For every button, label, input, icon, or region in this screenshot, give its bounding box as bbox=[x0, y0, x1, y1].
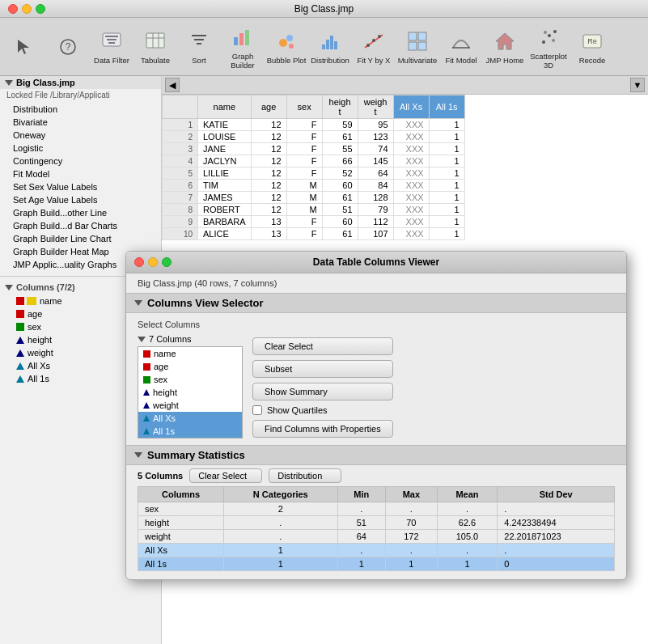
summary-cell-std: 4.242338494 bbox=[498, 516, 615, 530]
svg-rect-29 bbox=[418, 32, 426, 40]
svg-rect-22 bbox=[330, 36, 333, 49]
graph-builder-label: Graph Builder bbox=[222, 52, 264, 70]
cell-sex: F bbox=[286, 119, 322, 131]
multivariate-icon bbox=[404, 28, 430, 54]
svg-rect-30 bbox=[409, 42, 417, 50]
toolbar-data-filter[interactable]: Data Filter bbox=[91, 23, 133, 71]
table-header-all1s[interactable]: All 1s bbox=[429, 95, 464, 119]
col-list-label-weight: weight bbox=[153, 400, 179, 410]
table-header-allxs[interactable]: All Xs bbox=[393, 95, 429, 119]
toolbar-scatterplot-3d[interactable]: Scatterplot 3D bbox=[527, 23, 570, 71]
col-list-icon-age bbox=[143, 363, 150, 371]
summary-clear-select-button[interactable]: Clear Select bbox=[189, 468, 262, 483]
toolbar-jmp-home[interactable]: JMP Home bbox=[484, 23, 526, 71]
cell-height: 52 bbox=[322, 167, 358, 180]
toolbar-recode[interactable]: Re Recode bbox=[571, 23, 613, 71]
col-list-age[interactable]: age bbox=[138, 360, 242, 373]
sidebar-item-bivariate[interactable]: Bivariate bbox=[0, 116, 161, 129]
toolbar-bubble-plot[interactable]: Bubble Plot bbox=[265, 23, 307, 71]
filter-icon-btn[interactable]: ▼ bbox=[630, 78, 645, 92]
cell-height: 60 bbox=[322, 216, 358, 228]
cell-weight: 145 bbox=[358, 155, 393, 167]
scroll-left-btn[interactable]: ◀ bbox=[165, 78, 180, 92]
col-list-name[interactable]: name bbox=[138, 347, 242, 360]
maximize-button[interactable] bbox=[36, 4, 45, 14]
summary-section-header[interactable]: Summary Statistics bbox=[126, 445, 626, 465]
summary-distribution-button[interactable]: Distribution bbox=[269, 468, 341, 483]
cell-all1s: 1 bbox=[429, 143, 464, 155]
cell-age: 12 bbox=[251, 192, 286, 204]
toolbar-distribution[interactable]: Distribution bbox=[309, 23, 351, 71]
table-header-name[interactable]: name bbox=[198, 95, 252, 119]
subset-button[interactable]: Subset bbox=[252, 360, 393, 378]
sidebar-item-set-sex-labels[interactable]: Set Sex Value Labels bbox=[0, 180, 161, 193]
cell-height: 61 bbox=[322, 131, 358, 143]
minimize-button[interactable] bbox=[22, 4, 32, 14]
toolbar-sort[interactable]: Sort bbox=[178, 23, 220, 71]
table-header-weight[interactable]: weight bbox=[358, 95, 393, 119]
columns-view-section-header[interactable]: Columns View Selector bbox=[126, 293, 626, 313]
cell-name: ROBERT bbox=[198, 204, 252, 216]
table-header-sex[interactable]: sex bbox=[286, 95, 322, 119]
data-filter-label: Data Filter bbox=[94, 56, 129, 65]
dialog-close-btn[interactable] bbox=[134, 257, 144, 267]
clear-select-button[interactable]: Clear Select bbox=[252, 337, 393, 355]
traffic-lights[interactable] bbox=[8, 4, 45, 14]
summary-cell-min: 51 bbox=[337, 516, 386, 530]
toolbar-multivariate[interactable]: Multivariate bbox=[396, 23, 438, 71]
dialog-maximize-btn[interactable] bbox=[162, 257, 172, 267]
scatterplot-3d-label: Scatterplot 3D bbox=[527, 52, 570, 70]
col-list-weight[interactable]: weight bbox=[138, 399, 242, 412]
col-list-allxs[interactable]: All Xs bbox=[138, 412, 242, 425]
svg-point-38 bbox=[552, 39, 555, 42]
summary-cell-max: 1 bbox=[386, 557, 438, 571]
close-button[interactable] bbox=[8, 4, 18, 14]
sidebar-file-header[interactable]: Big Class.jmp bbox=[0, 76, 161, 89]
toolbar-fit-y-x[interactable]: Fit Y by X bbox=[353, 23, 395, 71]
help-icon: ? bbox=[55, 34, 81, 60]
summary-cell-ncat: 1 bbox=[224, 557, 337, 571]
svg-rect-16 bbox=[245, 30, 249, 45]
col-list-all1s[interactable]: All 1s bbox=[138, 425, 242, 438]
dialog-traffic-lights[interactable] bbox=[134, 257, 172, 267]
summary-cell-min: 1 bbox=[337, 557, 386, 571]
toolbar-tabulate[interactable]: Tabulate bbox=[134, 23, 176, 71]
cell-name: KATIE bbox=[198, 119, 252, 131]
sidebar-item-graph-bar[interactable]: Graph Build...d Bar Charts bbox=[0, 219, 161, 232]
find-columns-button[interactable]: Find Columns with Properties bbox=[252, 420, 393, 438]
columns-list-header: 7 Columns bbox=[138, 334, 243, 344]
toolbar-graph-builder[interactable]: Graph Builder bbox=[222, 23, 264, 71]
toolbar-pointer[interactable] bbox=[3, 23, 45, 71]
sidebar-item-graph-line-chart[interactable]: Graph Builder Line Chart bbox=[0, 232, 161, 245]
table-header-height[interactable]: height bbox=[322, 95, 358, 119]
toolbar-fit-model[interactable]: Fit Model bbox=[440, 23, 482, 71]
col-list-icon-allxs bbox=[143, 415, 150, 422]
toolbar-help[interactable]: ? bbox=[47, 23, 89, 71]
col-list-icon-height bbox=[143, 389, 150, 396]
table-header-age[interactable]: age bbox=[251, 95, 286, 119]
dialog-minimize-btn[interactable] bbox=[148, 257, 158, 267]
data-filter-icon bbox=[99, 28, 125, 54]
sidebar-item-graph-line[interactable]: Graph Build...other Line bbox=[0, 206, 161, 219]
summary-cell-mean: . bbox=[437, 544, 498, 557]
show-quartiles-checkbox[interactable] bbox=[252, 405, 262, 415]
cell-weight: 79 bbox=[358, 204, 393, 216]
dialog-title: Data Table Columns Viewer bbox=[313, 256, 439, 268]
pointer-icon bbox=[11, 34, 37, 60]
col-list-sex[interactable]: sex bbox=[138, 373, 242, 386]
show-summary-button[interactable]: Show Summary bbox=[252, 383, 393, 400]
fit-y-x-icon bbox=[361, 28, 387, 54]
sidebar-item-distribution[interactable]: Distribution bbox=[0, 103, 161, 116]
select-columns-label: Select Columns bbox=[138, 320, 615, 329]
summary-cell-std: . bbox=[498, 544, 615, 557]
cell-height: 59 bbox=[322, 119, 358, 131]
sidebar-item-contingency[interactable]: Contingency bbox=[0, 155, 161, 167]
bubble-plot-label: Bubble Plot bbox=[267, 56, 307, 65]
col-list-height[interactable]: height bbox=[138, 386, 242, 399]
summary-col-header-ncat: N Categories bbox=[224, 487, 337, 502]
cell-all1s: 1 bbox=[429, 192, 464, 204]
sidebar-item-set-age-labels[interactable]: Set Age Value Labels bbox=[0, 193, 161, 206]
sidebar-item-fit-model[interactable]: Fit Model bbox=[0, 167, 161, 180]
sidebar-item-oneway[interactable]: Oneway bbox=[0, 129, 161, 142]
sidebar-item-logistic[interactable]: Logistic bbox=[0, 142, 161, 155]
